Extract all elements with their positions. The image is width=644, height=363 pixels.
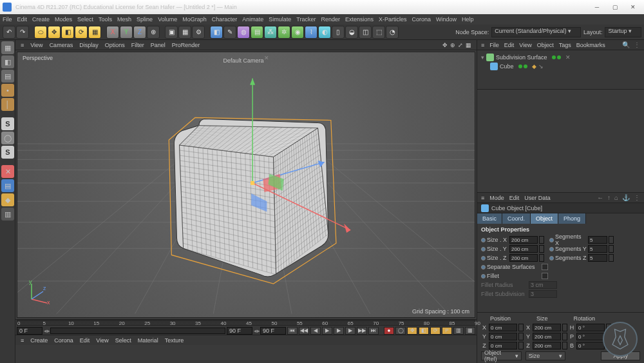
om-object[interactable]: Object (537, 42, 554, 48)
render-region-button[interactable]: ▦ (178, 26, 191, 39)
om-ham[interactable]: ≡ (481, 42, 484, 48)
key-pos[interactable]: ✥ (407, 327, 417, 335)
menu-xparticles[interactable]: X-Particles (379, 16, 407, 23)
seg-field[interactable]: 5 (588, 236, 607, 244)
take-icon[interactable]: ◆ (1, 193, 14, 206)
seg-field[interactable]: 5 (588, 254, 607, 262)
menu-help[interactable]: Help (462, 16, 474, 23)
menu-tracker[interactable]: Tracker (296, 16, 316, 23)
undo-button[interactable]: ↶ (3, 26, 15, 39)
size-field[interactable]: 200 cm (533, 324, 561, 331)
pos-field[interactable]: 0 cm (489, 342, 517, 349)
misc-button[interactable]: ⬚ (372, 26, 385, 39)
tab-phong[interactable]: Phong (558, 213, 586, 224)
maximize-button[interactable]: ▢ (607, 1, 623, 13)
menu-edit[interactable]: Edit (17, 16, 28, 23)
start-frame[interactable]: 0 F (17, 327, 43, 335)
rot-field[interactable]: 0 ° (576, 324, 605, 331)
om-search-icon[interactable]: 🔍 (622, 41, 630, 48)
layer-icon[interactable]: ▤ (1, 179, 14, 192)
object-tree[interactable]: ▾ Subdivision Surface ✕ Cube ◆ ↘ (477, 50, 644, 89)
fillet-checkbox[interactable] (542, 273, 548, 279)
size-field[interactable]: 200 cm (509, 245, 538, 253)
minimize-button[interactable]: ─ (589, 1, 605, 13)
timeline-ruler[interactable]: 051015202530354045505560657075808590 (17, 320, 475, 326)
menu-animate[interactable]: Animate (242, 16, 263, 23)
menu-select[interactable]: Select (77, 16, 93, 23)
key-rot[interactable]: ⟳ (430, 327, 440, 335)
play-fwd[interactable]: ▶ (334, 327, 344, 335)
tree-cube[interactable]: Cube ◆ ↘ (481, 62, 640, 71)
light-button[interactable]: ◒ (345, 26, 358, 39)
size-field[interactable]: 200 cm (509, 254, 538, 262)
snap-ring[interactable]: ◯ (1, 132, 14, 144)
autokey-button[interactable]: ◯ (395, 327, 406, 335)
attr-userdata[interactable]: User Data (524, 195, 551, 201)
attr-mode[interactable]: Mode (489, 195, 504, 201)
vp-panel[interactable]: Panel (151, 42, 166, 48)
mat-view[interactable]: View (96, 337, 108, 344)
field[interactable]: ✲ (278, 26, 290, 39)
menu-window[interactable]: Window (436, 16, 457, 23)
model-mode[interactable]: ▦ (1, 41, 14, 54)
vp-nav2[interactable]: ⊕ (450, 42, 455, 48)
environment[interactable]: ◐ (318, 26, 331, 39)
menu-render[interactable]: Render (321, 16, 340, 23)
edge-mode[interactable]: │ (1, 98, 14, 111)
menu-character[interactable]: Character (212, 16, 238, 23)
attr-edit[interactable]: Edit (509, 195, 520, 201)
layout-select[interactable]: Startup ▾ (605, 27, 641, 37)
coord-mode2[interactable]: Size▾ (526, 351, 566, 360)
menu-corona[interactable]: Corona (412, 16, 431, 23)
menu-extensions[interactable]: Extensions (345, 16, 374, 23)
camera-button[interactable]: ▯ (332, 26, 345, 39)
extrude-generator[interactable]: ▤ (251, 26, 263, 39)
next-key[interactable]: ▶▶ (357, 327, 367, 335)
volume-builder[interactable]: ◉ (291, 26, 304, 39)
prev-frame[interactable]: ◀ (310, 327, 321, 335)
vp-nav1[interactable]: ✥ (442, 42, 448, 48)
vp-cameras[interactable]: Cameras (50, 42, 73, 48)
end-frame[interactable]: 90 F (227, 327, 252, 335)
rot-field[interactable]: 0 ° (576, 333, 605, 340)
texture-mode[interactable]: ▤ (1, 70, 14, 83)
misc2-button[interactable]: ◔ (386, 26, 399, 39)
vp-prorender[interactable]: ProRender (172, 42, 200, 48)
rotate-tool[interactable]: ⟳ (75, 26, 88, 39)
tab-object[interactable]: Object (531, 213, 558, 224)
goto-start[interactable]: ⏮ (287, 327, 298, 335)
next-frame[interactable]: ▶ (345, 327, 355, 335)
menu-spline[interactable]: Spline (137, 16, 153, 23)
menu-mograph[interactable]: MoGraph (182, 16, 207, 23)
attr-ham[interactable]: ≡ (481, 195, 484, 201)
menu-tools[interactable]: Tools (99, 16, 112, 23)
axis-x-toggle[interactable]: X (106, 26, 119, 39)
vp-view[interactable]: View (30, 42, 43, 48)
key-opts[interactable]: ▥ (453, 327, 464, 335)
menu-volume[interactable]: Volume (158, 16, 177, 23)
point-mode[interactable]: • (1, 84, 14, 97)
object-mode[interactable]: ◧ (1, 55, 14, 68)
size-field[interactable]: 200 cm (533, 333, 561, 340)
om-tags[interactable]: Tags (559, 42, 571, 48)
vp-nav3[interactable]: ⤢ (458, 42, 463, 48)
prev-key[interactable]: ◀◀ (299, 327, 309, 335)
redo-button[interactable]: ↷ (16, 26, 29, 39)
record-button[interactable]: ● (384, 327, 394, 335)
menu-simulate[interactable]: Simulate (269, 16, 291, 23)
mat-corona[interactable]: Corona (54, 337, 73, 344)
render-settings-button[interactable]: ⚙ (192, 26, 205, 39)
pos-field[interactable]: 0 cm (489, 324, 517, 331)
coord-mode1[interactable]: Object (Rel)▾ (481, 351, 522, 360)
play-back[interactable]: ▶ (322, 327, 332, 335)
vp-nav4[interactable]: ▦ (466, 42, 471, 48)
tag-button[interactable]: ◫ (359, 26, 372, 39)
om-edit[interactable]: Edit (504, 42, 515, 48)
om-view[interactable]: View (519, 42, 531, 48)
om-opts[interactable]: ⋮ (634, 41, 640, 48)
mat-edit[interactable]: Edit (80, 337, 90, 344)
render-view-button[interactable]: ▣ (165, 26, 178, 39)
tree-subdiv[interactable]: ▾ Subdivision Surface ✕ (481, 53, 640, 62)
xparticles-icon[interactable]: ✕ (1, 165, 14, 178)
vp-display[interactable]: Display (79, 42, 99, 48)
